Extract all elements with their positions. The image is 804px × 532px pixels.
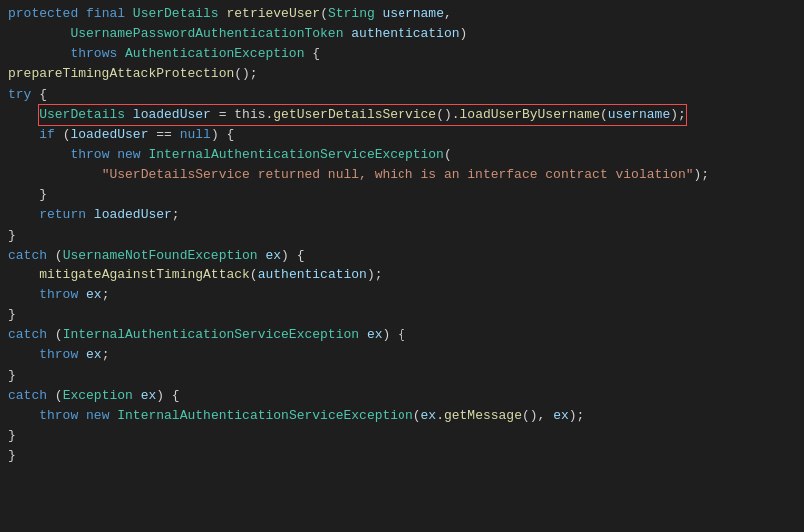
- code-line: try {: [0, 85, 804, 105]
- code-line: protected final UserDetails retrieveUser…: [0, 4, 804, 24]
- code-line: throw new InternalAuthenticationServiceE…: [0, 406, 804, 426]
- code-line: return loadedUser;: [0, 205, 804, 225]
- code-line: }: [0, 446, 804, 466]
- code-line: }: [0, 185, 804, 205]
- code-line: if (loadedUser == null) {: [0, 125, 804, 145]
- code-line: throw ex;: [0, 285, 804, 305]
- code-line: mitigateAgainstTimingAttack(authenticati…: [0, 266, 804, 285]
- code-line: }: [0, 305, 804, 325]
- code-line: throw new InternalAuthenticationServiceE…: [0, 145, 804, 165]
- code-line: UserDetails loadedUser = this.getUserDet…: [0, 105, 804, 125]
- code-line: catch (UsernameNotFoundException ex) {: [0, 246, 804, 266]
- code-line: throws AuthenticationException {: [0, 44, 804, 64]
- code-line: "UserDetailsService returned null, which…: [0, 165, 804, 185]
- code-line: prepareTimingAttackProtection();: [0, 64, 804, 84]
- code-line: catch (InternalAuthenticationServiceExce…: [0, 325, 804, 345]
- code-line: }: [0, 426, 804, 446]
- code-editor: protected final UserDetails retrieveUser…: [0, 0, 804, 470]
- code-line: catch (Exception ex) {: [0, 386, 804, 406]
- code-line: throw ex;: [0, 345, 804, 365]
- code-line: UsernamePasswordAuthenticationToken auth…: [0, 24, 804, 44]
- code-line: }: [0, 226, 804, 246]
- code-line: }: [0, 366, 804, 386]
